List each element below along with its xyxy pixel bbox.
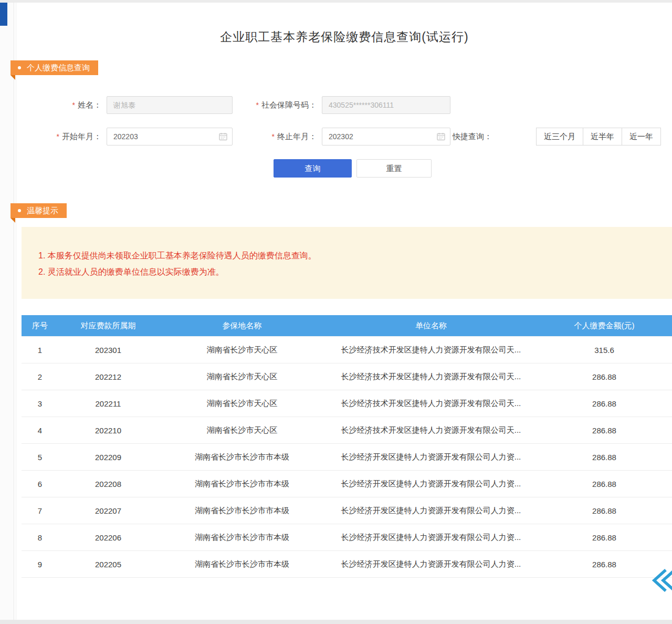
- table-cell: 202207: [58, 497, 158, 524]
- table-row: 4202210湖南省长沙市天心区长沙经济技术开发区捷特人力资源开发有限公司天..…: [22, 417, 672, 444]
- query-button[interactable]: 查询: [274, 159, 352, 178]
- table-cell: 湖南省长沙市天心区: [158, 390, 326, 417]
- table-cell: 286.88: [536, 417, 672, 444]
- reset-button[interactable]: 重置: [356, 159, 432, 178]
- table-header-cell: 参保地名称: [158, 315, 326, 337]
- calendar-icon[interactable]: [219, 132, 227, 141]
- page-title: 企业职工基本养老保险缴费信息查询(试运行): [16, 29, 672, 45]
- table-cell: 湖南省长沙市长沙市市本级: [158, 444, 326, 471]
- form-actions: 查询 重置: [16, 159, 672, 176]
- bullet-dot-icon: [18, 209, 21, 212]
- table-cell: 湖南省长沙市天心区: [158, 363, 326, 390]
- double-chevron-left-icon[interactable]: [650, 569, 672, 592]
- calendar-icon[interactable]: [437, 132, 445, 141]
- form-row-dates: *开始年月： 202203 *终止年月： 202302: [16, 128, 672, 145]
- table-cell: 8: [22, 524, 58, 551]
- quick-btn-last-3-months[interactable]: 近三个月: [536, 128, 583, 145]
- left-rail: [0, 3, 14, 624]
- required-asterisk: *: [256, 101, 259, 109]
- table-cell: 3: [22, 390, 58, 417]
- table-cell: 286.88: [536, 471, 672, 497]
- quick-query-group: 近三个月 近半年 近一年: [536, 128, 661, 145]
- table-header-row: 序号对应费款所属期参保地名称单位名称个人缴费金额(元): [22, 315, 672, 337]
- start-month-field[interactable]: 202203: [107, 128, 233, 145]
- table-cell: 长沙经济技术开发区捷特人力资源开发有限公司天...: [326, 337, 536, 363]
- table-cell: 202209: [58, 444, 158, 471]
- quick-query-label: 快捷查询：: [451, 128, 492, 145]
- table-row: 2202212湖南省长沙市天心区长沙经济技术开发区捷特人力资源开发有限公司天..…: [22, 363, 672, 390]
- name-field[interactable]: 谢旭泰: [107, 96, 233, 114]
- table-cell: 286.88: [536, 363, 672, 390]
- table-body: 1202301湖南省长沙市天心区长沙经济技术开发区捷特人力资源开发有限公司天..…: [22, 337, 672, 578]
- section-badge-personal-query: 个人缴费信息查询: [10, 60, 98, 75]
- table-cell: 202212: [58, 363, 158, 390]
- table-cell: 湖南省长沙市长沙市市本级: [158, 471, 326, 497]
- end-month-label: *终止年月：: [230, 128, 317, 145]
- required-asterisk: *: [272, 132, 275, 141]
- table-row: 3202211湖南省长沙市天心区长沙经济技术开发区捷特人力资源开发有限公司天..…: [22, 390, 672, 417]
- table-cell: 7: [22, 497, 58, 524]
- table-cell: 长沙经济技术开发区捷特人力资源开发有限公司天...: [326, 363, 536, 390]
- form-row-identity: *姓名： 谢旭泰 *社会保障号码： 430525******306111: [16, 96, 672, 114]
- table-row: 8202206湖南省长沙市长沙市市本级长沙经济开发区捷特人力资源开发有限公司人力…: [22, 524, 672, 551]
- table-cell: 长沙经济开发区捷特人力资源开发有限公司人力资...: [326, 551, 536, 578]
- table-row: 5202209湖南省长沙市长沙市市本级长沙经济开发区捷特人力资源开发有限公司人力…: [22, 444, 672, 471]
- table-cell: 长沙经济技术开发区捷特人力资源开发有限公司天...: [326, 417, 536, 444]
- ssn-field[interactable]: 430525******306111: [322, 96, 450, 114]
- table-cell: 286.88: [536, 524, 672, 551]
- table-cell: 202205: [58, 551, 158, 578]
- table-cell: 1: [22, 337, 58, 363]
- table-cell: 长沙经济开发区捷特人力资源开发有限公司人力资...: [326, 497, 536, 524]
- table-cell: 6: [22, 471, 58, 497]
- table-cell: 202211: [58, 390, 158, 417]
- section-badge-tips: 温馨提示: [10, 203, 67, 218]
- table-cell: 长沙经济开发区捷特人力资源开发有限公司人力资...: [326, 444, 536, 471]
- table-cell: 2: [22, 363, 58, 390]
- table-cell: 202301: [58, 337, 158, 363]
- bottom-edge-strip: [0, 620, 672, 624]
- table-cell: 长沙经济技术开发区捷特人力资源开发有限公司天...: [326, 390, 536, 417]
- quick-btn-last-half-year[interactable]: 近半年: [583, 128, 622, 145]
- table-cell: 315.6: [536, 337, 672, 363]
- table-cell: 286.88: [536, 497, 672, 524]
- table-cell: 长沙经济开发区捷特人力资源开发有限公司人力资...: [326, 524, 536, 551]
- table-row: 9202205湖南省长沙市长沙市市本级长沙经济开发区捷特人力资源开发有限公司人力…: [22, 551, 672, 578]
- sidebar-tab[interactable]: [0, 3, 7, 26]
- table-header-cell: 个人缴费金额(元): [536, 315, 672, 337]
- quick-btn-last-year[interactable]: 近一年: [622, 128, 661, 145]
- table-cell: 202210: [58, 417, 158, 444]
- table-cell: 286.88: [536, 444, 672, 471]
- table-header-cell: 对应费款所属期: [58, 315, 158, 337]
- table-row: 7202207湖南省长沙市长沙市市本级长沙经济开发区捷特人力资源开发有限公司人力…: [22, 497, 672, 524]
- notice-line: 1. 本服务仅提供尚未领取企业职工基本养老保险待遇人员的缴费信息查询。: [38, 249, 662, 262]
- table-cell: 湖南省长沙市长沙市市本级: [158, 524, 326, 551]
- notice-box: 1. 本服务仅提供尚未领取企业职工基本养老保险待遇人员的缴费信息查询。 2. 灵…: [22, 227, 672, 299]
- end-month-field[interactable]: 202302: [322, 128, 450, 145]
- table-cell: 湖南省长沙市天心区: [158, 337, 326, 363]
- main-panel: 企业职工基本养老保险缴费信息查询(试运行) 个人缴费信息查询 *姓名： 谢旭泰 …: [16, 3, 672, 624]
- section-badge-label: 个人缴费信息查询: [27, 63, 90, 73]
- table-row: 6202208湖南省长沙市长沙市市本级长沙经济开发区捷特人力资源开发有限公司人力…: [22, 471, 672, 497]
- table-cell: 5: [22, 444, 58, 471]
- results-table: 序号对应费款所属期参保地名称单位名称个人缴费金额(元) 1202301湖南省长沙…: [22, 315, 672, 578]
- table-cell: 202208: [58, 471, 158, 497]
- table-cell: 286.88: [536, 390, 672, 417]
- table-header-cell: 序号: [22, 315, 58, 337]
- section-badge-label: 温馨提示: [27, 206, 58, 216]
- query-form: *姓名： 谢旭泰 *社会保障号码： 430525******306111 *开始…: [16, 96, 672, 176]
- table-header-cell: 单位名称: [326, 315, 536, 337]
- start-month-label: *开始年月：: [16, 128, 101, 145]
- ssn-label: *社会保障号码：: [230, 96, 317, 114]
- ribbon-fold: [10, 218, 15, 223]
- table-row: 1202301湖南省长沙市天心区长沙经济技术开发区捷特人力资源开发有限公司天..…: [22, 337, 672, 363]
- table-cell: 4: [22, 417, 58, 444]
- ribbon-fold: [10, 75, 15, 80]
- table-cell: 202206: [58, 524, 158, 551]
- table-cell: 9: [22, 551, 58, 578]
- name-label: *姓名：: [16, 96, 101, 114]
- table-cell: 长沙经济开发区捷特人力资源开发有限公司人力资...: [326, 471, 536, 497]
- table-cell: 湖南省长沙市长沙市市本级: [158, 551, 326, 578]
- table-cell: 湖南省长沙市天心区: [158, 417, 326, 444]
- required-asterisk: *: [57, 132, 59, 141]
- bullet-dot-icon: [18, 66, 21, 69]
